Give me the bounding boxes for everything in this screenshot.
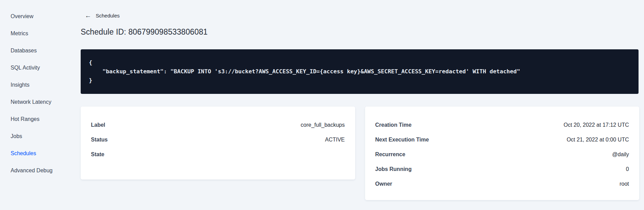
detail-row-creation-time: Creation Time Oct 20, 2022 at 17:12 UTC: [375, 118, 629, 132]
code-line-close-brace: }: [89, 77, 92, 84]
jobs-running-value: 0: [626, 166, 629, 172]
detail-row-label: Label core_full_backups: [91, 118, 345, 132]
detail-row-next-execution-time: Next Execution Time Oct 21, 2022 at 0:00…: [375, 132, 629, 147]
detail-row-status: Status ACTIVE: [91, 132, 345, 147]
sidebar-item-schedules[interactable]: Schedules: [0, 145, 81, 162]
status-key: Status: [91, 137, 108, 143]
sidebar-item-hot-ranges[interactable]: Hot Ranges: [0, 111, 81, 128]
sidebar-item-overview[interactable]: Overview: [0, 8, 81, 25]
owner-key: Owner: [375, 181, 392, 187]
sidebar-item-advanced-debug[interactable]: Advanced Debug: [0, 162, 81, 179]
back-arrow-icon: ←: [85, 12, 91, 19]
sidebar-item-jobs[interactable]: Jobs: [0, 128, 81, 145]
label-value: core_full_backups: [301, 122, 345, 128]
sidebar-item-metrics[interactable]: Metrics: [0, 25, 81, 42]
creation-time-key: Creation Time: [375, 122, 412, 128]
sidebar-item-network-latency[interactable]: Network Latency: [0, 94, 81, 111]
detail-row-jobs-running: Jobs Running 0: [375, 162, 629, 176]
owner-value: root: [619, 181, 629, 187]
label-key: Label: [91, 122, 105, 128]
next-execution-time-key: Next Execution Time: [375, 137, 429, 143]
next-execution-time-value: Oct 21, 2022 at 0:00 UTC: [567, 137, 629, 143]
sidebar-item-sql-activity[interactable]: SQL Activity: [0, 59, 81, 76]
creation-time-value: Oct 20, 2022 at 17:12 UTC: [564, 122, 629, 128]
schedule-summary-card: Label core_full_backups Status ACTIVE St…: [81, 107, 355, 180]
detail-row-owner: Owner root: [375, 176, 629, 191]
code-line-open-brace: {: [89, 59, 92, 66]
status-value: ACTIVE: [325, 137, 345, 143]
back-link-label: Schedules: [96, 13, 120, 18]
jobs-running-key: Jobs Running: [375, 166, 412, 172]
sidebar-nav: Overview Metrics Databases SQL Activity …: [0, 0, 81, 210]
recurrence-value: @daily: [612, 151, 629, 158]
recurrence-key: Recurrence: [375, 151, 405, 158]
state-key: State: [91, 151, 104, 158]
detail-row-state: State: [91, 147, 345, 162]
code-line-backup-statement: "backup_statement": "BACKUP INTO 's3://b…: [89, 68, 520, 75]
backup-statement-code-block: { "backup_statement": "BACKUP INTO 's3:/…: [81, 49, 639, 94]
back-to-schedules-link[interactable]: ← Schedules: [81, 12, 120, 19]
detail-row-recurrence: Recurrence @daily: [375, 147, 629, 162]
sidebar-item-databases[interactable]: Databases: [0, 42, 81, 59]
sidebar-item-insights[interactable]: Insights: [0, 76, 81, 94]
page-title: Schedule ID: 806799098533806081: [81, 27, 639, 37]
schedule-details-page: ← Schedules Schedule ID: 806799098533806…: [81, 0, 639, 210]
detail-cards-row: Label core_full_backups Status ACTIVE St…: [81, 107, 639, 200]
schedule-timing-card: Creation Time Oct 20, 2022 at 17:12 UTC …: [365, 107, 640, 200]
